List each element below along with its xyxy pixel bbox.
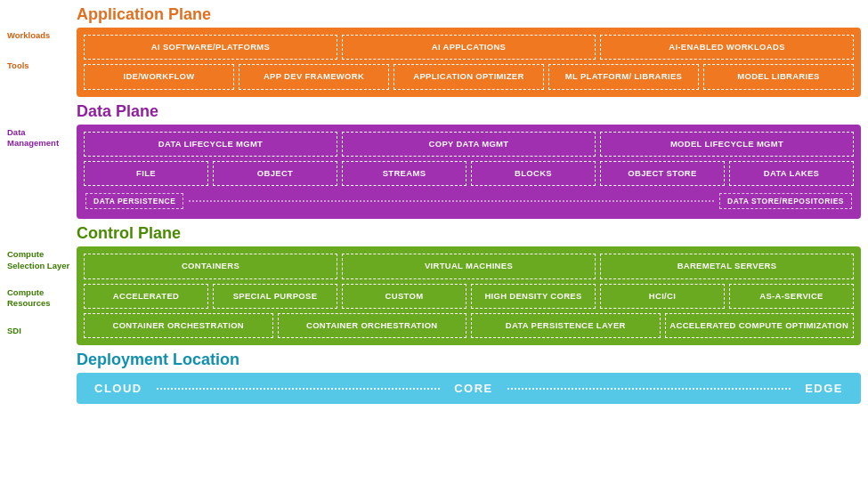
data-plane-section: Data Management Data Plane DATA LIFECYCL…	[7, 102, 861, 220]
ml-platform-box: ML PLATFORM/ LIBRARIES	[548, 64, 699, 89]
special-purpose-box: SPECIAL PURPOSE	[213, 284, 337, 309]
compute-selection-row: CONTAINERS VIRTUAL MACHINES BAREMETAL SE…	[84, 254, 854, 278]
tools-label: Tools	[7, 60, 73, 71]
hci-ci-box: HCI/CI	[600, 284, 725, 309]
deploy-title: Deployment Location	[77, 351, 861, 369]
deploy-box: CLOUD CORE EDGE	[77, 373, 861, 404]
dots-1	[157, 388, 440, 390]
baremetal-box: BAREMETAL SERVERS	[600, 254, 854, 278]
tools-row: IDE/WORKFLOW APP DEV FRAMEWORK APPLICATI…	[84, 64, 854, 89]
control-plane-box: CONTAINERS VIRTUAL MACHINES BAREMETAL SE…	[77, 246, 861, 345]
persistence-dots-left	[189, 200, 714, 202]
container-orch-1-box: CONTAINER ORCHESTRATION	[84, 313, 273, 338]
sdi-label: SDI	[7, 326, 73, 336]
data-plane-title: Data Plane	[77, 102, 861, 121]
streams-box: STREAMS	[342, 161, 466, 186]
file-box: FILE	[84, 161, 208, 186]
data-lifecycle-box: DATA LIFECYCLE MGMT	[84, 132, 337, 157]
app-plane-section: Workloads Tools Application Plane AI SOF…	[7, 5, 861, 97]
app-optimizer-box: APPLICATION OPTIMIZER	[393, 64, 544, 89]
dots-2	[507, 388, 791, 390]
storage-types-row: FILE OBJECT STREAMS BLOCKS OBJECT STORE …	[84, 161, 854, 186]
model-lifecycle-box: MODEL LIFECYCLE MGMT	[600, 132, 854, 157]
compute-selection-label: Compute Selection Layer	[7, 249, 73, 271]
app-plane-content: Application Plane AI SOFTWARE/PLATFORMS …	[77, 5, 861, 97]
control-plane-content: Control Plane CONTAINERS VIRTUAL MACHINE…	[77, 224, 861, 345]
data-store-label: DATA STORE/REPOSITORIES	[719, 193, 852, 209]
ai-enabled-box: AI-ENABLED WORKLOADS	[600, 35, 854, 60]
containers-box: CONTAINERS	[84, 254, 337, 278]
data-labels: Data Management	[7, 102, 77, 151]
edge-label: EDGE	[794, 378, 854, 399]
accelerated-box: ACCELERATED	[84, 284, 208, 309]
data-lakes-box: DATA LAKES	[729, 161, 854, 186]
app-plane-box: AI SOFTWARE/PLATFORMS AI APPLCATIONS AI-…	[77, 28, 861, 97]
high-density-box: HIGH DENSITY CORES	[471, 284, 596, 309]
app-plane-title: Application Plane	[77, 5, 861, 24]
object-store-box: OBJECT STORE	[600, 161, 725, 186]
data-persistence-layer-box: DATA PERSISTENCE LAYER	[471, 313, 661, 338]
data-management-label: Data Management	[7, 127, 73, 149]
compute-resources-label: Compute Resources	[7, 287, 73, 310]
virtual-machines-box: VIRTUAL MACHINES	[342, 254, 596, 278]
workloads-label: Workloads	[7, 30, 73, 41]
control-plane-title: Control Plane	[77, 224, 861, 243]
container-orch-2-box: CONTAINER ORCHESTRATION	[278, 313, 467, 338]
ai-applications-box: AI APPLCATIONS	[342, 35, 596, 60]
data-mgmt-row: DATA LIFECYCLE MGMT COPY DATA MGMT MODEL…	[84, 132, 854, 157]
deploy-content: Deployment Location CLOUD CORE EDGE	[77, 351, 861, 404]
object-box: OBJECT	[213, 161, 337, 186]
main-container: Workloads Tools Application Plane AI SOF…	[0, 0, 868, 409]
cloud-label: CLOUD	[84, 378, 153, 399]
blocks-box: BLOCKS	[471, 161, 596, 186]
control-labels: Compute Selection Layer Compute Resource…	[7, 224, 77, 336]
as-a-service-box: AS-A-SERVICE	[729, 284, 854, 309]
data-plane-content: Data Plane DATA LIFECYCLE MGMT COPY DATA…	[77, 102, 861, 220]
ide-workflow-box: IDE/WORKFLOW	[84, 64, 234, 89]
accel-compute-opt-box: ACCELERATED COMPUTE OPTIMIZATION	[665, 313, 855, 338]
compute-resources-row: ACCELERATED SPECIAL PURPOSE CUSTOM HIGH …	[84, 284, 854, 309]
persistence-row: DATA PERSISTENCE DATA STORE/REPOSITORIES	[84, 190, 854, 212]
copy-data-box: COPY DATA MGMT	[342, 132, 596, 157]
data-persistence-label: DATA PERSISTENCE	[85, 193, 183, 209]
deploy-section: Deployment Location CLOUD CORE EDGE	[7, 351, 861, 404]
custom-box: CUSTOM	[342, 284, 466, 309]
ai-software-box: AI SOFTWARE/PLATFORMS	[84, 35, 337, 60]
sdi-row: CONTAINER ORCHESTRATION CONTAINER ORCHES…	[84, 313, 854, 338]
control-plane-section: Compute Selection Layer Compute Resource…	[7, 224, 861, 345]
core-label: CORE	[443, 378, 504, 399]
deploy-row: CLOUD CORE EDGE	[84, 378, 854, 399]
app-dev-box: APP DEV FRAMEWORK	[239, 64, 389, 89]
data-plane-box: DATA LIFECYCLE MGMT COPY DATA MGMT MODEL…	[77, 125, 861, 220]
workloads-row: AI SOFTWARE/PLATFORMS AI APPLCATIONS AI-…	[84, 35, 854, 60]
model-libraries-box: MODEL LIBRARIES	[703, 64, 854, 89]
app-labels: Workloads Tools	[7, 5, 77, 72]
